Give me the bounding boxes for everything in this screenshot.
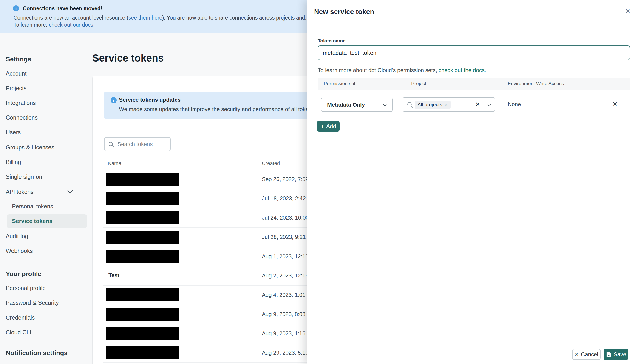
sidebar-item-credentials[interactable]: Credentials [6, 314, 35, 321]
chip-remove-icon[interactable]: ✕ [445, 102, 448, 107]
panel-header-divider [307, 26, 635, 26]
remove-permission-row-icon[interactable]: ✕ [612, 100, 617, 108]
check-docs-link[interactable]: check out our docs. [49, 22, 94, 28]
banner-body-line1: Connections are now an account-level res… [14, 15, 341, 21]
sidebar-item-cloud-cli[interactable]: Cloud CLI [6, 329, 31, 336]
close-icon: ✕ [574, 352, 578, 357]
cancel-button[interactable]: ✕ Cancel [572, 349, 600, 360]
notice-body: We made some updates that improve the se… [119, 106, 334, 112]
redacted-token-name [106, 173, 179, 186]
permission-set-select[interactable]: Metadata Only [321, 98, 393, 112]
settings-sidebar: Settings Account Projects Integrations C… [0, 32, 93, 364]
permissions-divider [318, 118, 630, 118]
sidebar-item-webhooks[interactable]: Webhooks [6, 248, 33, 254]
redacted-token-name [106, 346, 179, 359]
sidebar-header-settings: Settings [6, 56, 31, 63]
add-button-label: Add [326, 123, 336, 130]
notice-title: Service tokens updates [119, 96, 181, 103]
plus-icon: + [321, 123, 324, 130]
permission-sets-help-text: To learn more about dbt Cloud's permissi… [318, 67, 486, 74]
sidebar-item-password-security[interactable]: Password & Security [6, 300, 59, 306]
token-name: Test [108, 272, 119, 278]
save-disk-icon [606, 352, 611, 357]
info-icon: i [111, 97, 117, 103]
redacted-token-name [106, 288, 179, 301]
new-service-token-panel: New service token ✕ Token name To learn … [307, 0, 635, 364]
sidebar-item-groups-licenses[interactable]: Groups & Licenses [6, 144, 54, 151]
chip-label: All projects [417, 102, 442, 108]
panel-footer-divider [307, 344, 635, 344]
cancel-button-label: Cancel [581, 351, 598, 358]
sidebar-item-service-tokens[interactable]: Service tokens [7, 214, 87, 228]
sidebar-item-api-tokens[interactable]: API tokens [6, 189, 34, 195]
save-button[interactable]: Save [603, 349, 628, 360]
sidebar-header-notification-settings: Notification settings [6, 349, 68, 357]
redacted-token-name [106, 231, 179, 244]
column-header-created: Created [262, 160, 280, 166]
project-chip-all-projects[interactable]: All projects ✕ [415, 100, 451, 109]
banner-body-line2: To learn more, check out our docs. [14, 22, 95, 28]
save-button-label: Save [614, 351, 626, 358]
help-text: To learn more about dbt Cloud's permissi… [318, 67, 439, 73]
page-title: Service tokens [92, 52, 164, 64]
token-name-label: Token name [318, 38, 346, 44]
banner-title: Connections have been moved! [23, 6, 102, 12]
banner-text: Connections are now an account-level res… [14, 15, 128, 21]
redacted-token-name [106, 192, 179, 205]
check-out-the-docs-link[interactable]: check out the docs. [439, 67, 486, 73]
sidebar-item-projects[interactable]: Projects [6, 85, 27, 92]
banner-text: To learn more, [14, 22, 49, 28]
sidebar-item-audit-log[interactable]: Audit log [6, 233, 28, 240]
info-icon: i [13, 5, 19, 12]
search-tokens-field[interactable] [104, 137, 171, 151]
redacted-token-name [106, 327, 179, 340]
sidebar-item-personal-tokens[interactable]: Personal tokens [12, 203, 53, 210]
token-name-input[interactable] [318, 46, 630, 60]
chevron-down-icon[interactable] [487, 103, 491, 108]
sidebar-item-label: Service tokens [12, 218, 53, 224]
chevron-down-icon [383, 104, 387, 106]
redacted-token-name [106, 212, 179, 224]
column-header-project: Project [411, 81, 426, 86]
sidebar-header-your-profile: Your profile [6, 270, 41, 278]
sidebar-item-account[interactable]: Account [6, 70, 27, 77]
close-icon[interactable]: ✕ [624, 7, 632, 15]
column-header-name: Name [108, 160, 121, 166]
sidebar-item-single-sign-on[interactable]: Single sign-on [6, 174, 42, 180]
sidebar-item-personal-profile[interactable]: Personal profile [6, 285, 46, 292]
clear-selection-icon[interactable]: ✕ [475, 101, 480, 108]
see-them-here-link[interactable]: see them here [128, 15, 162, 21]
permission-set-value: Metadata Only [327, 102, 365, 108]
column-header-environment-write-access: Environment Write Access [508, 81, 564, 86]
sidebar-item-billing[interactable]: Billing [6, 159, 21, 166]
column-header-permission-set: Permission set [324, 81, 356, 86]
redacted-token-name [106, 308, 179, 320]
sidebar-item-users[interactable]: Users [6, 129, 21, 136]
permissions-table-header: Permission set Project Environment Write… [318, 78, 630, 90]
sidebar-item-integrations[interactable]: Integrations [6, 100, 36, 106]
panel-title: New service token [314, 8, 374, 16]
sidebar-item-connections[interactable]: Connections [6, 114, 38, 121]
add-permission-button[interactable]: + Add [317, 121, 340, 132]
project-multiselect[interactable]: All projects ✕ ✕ [403, 97, 495, 112]
search-input[interactable] [105, 138, 170, 150]
redacted-token-name [106, 250, 179, 263]
search-icon [407, 102, 413, 108]
chevron-down-icon[interactable] [67, 190, 73, 194]
environment-write-access-value: None [508, 101, 521, 108]
